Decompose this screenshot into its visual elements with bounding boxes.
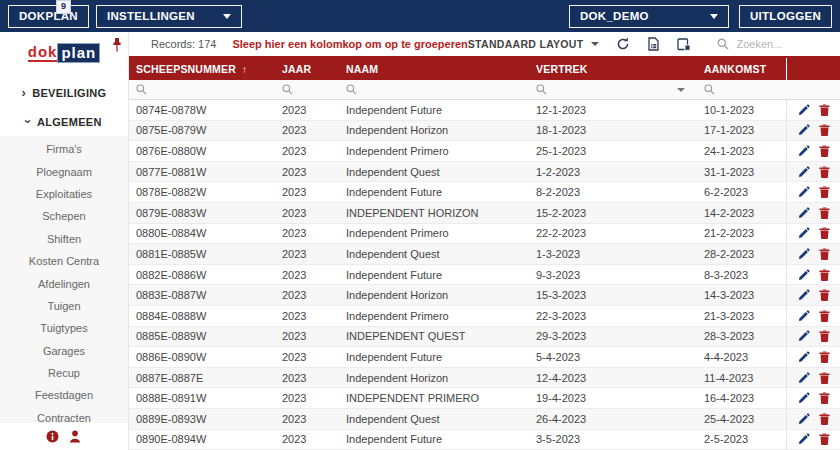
table-row[interactable]: 0876E-0880W2023Independent Primero25-1-2…	[129, 141, 840, 162]
uitloggen-button[interactable]: UITLOGGEN	[739, 5, 832, 28]
export-button[interactable]	[647, 37, 660, 51]
delete-button[interactable]	[819, 207, 830, 219]
delete-button[interactable]	[819, 166, 830, 178]
edit-button[interactable]	[798, 413, 810, 425]
sidebar-item[interactable]: Tuigen	[0, 295, 128, 317]
sidebar-item[interactable]: Tuigtypes	[0, 317, 128, 339]
column-header-naam[interactable]: NAAM	[339, 58, 529, 80]
edit-button[interactable]	[798, 372, 810, 384]
cell-scheepsnummer: 0888E-0891W	[129, 392, 275, 404]
filter-operator-caret[interactable]	[677, 88, 685, 92]
edit-button[interactable]	[798, 186, 810, 198]
filter-actions	[786, 80, 840, 99]
edit-button[interactable]	[798, 248, 810, 260]
edit-button[interactable]	[798, 351, 810, 363]
table-row[interactable]: 0875E-0879W2023Independent Horizon18-1-2…	[129, 121, 840, 142]
delete-button[interactable]	[819, 433, 830, 445]
table-row[interactable]: 0888E-0891W2023INDEPENDENT PRIMERO19-4-2…	[129, 388, 840, 409]
table-row[interactable]: 0885E-0889W2023INDEPENDENT QUEST29-3-202…	[129, 327, 840, 348]
edit-button[interactable]	[798, 145, 810, 157]
edit-button[interactable]	[798, 392, 810, 404]
delete-button[interactable]	[819, 289, 830, 301]
edit-button[interactable]	[798, 310, 810, 322]
delete-button[interactable]	[819, 372, 830, 384]
edit-button[interactable]	[798, 124, 810, 136]
sidebar-section-algemeen[interactable]: › ALGEMEEN	[0, 107, 128, 136]
dokplan-menu-button[interactable]: DOKPLAN	[8, 5, 89, 28]
column-header-aankomst[interactable]: AANKOMST	[697, 58, 786, 80]
delete-button[interactable]	[819, 392, 830, 404]
table-row[interactable]: 0874E-0878W2023Independent Future12-1-20…	[129, 100, 840, 121]
sidebar-item[interactable]: Garages	[0, 340, 128, 362]
edit-button[interactable]	[798, 289, 810, 301]
sidebar-item[interactable]: Schepen	[0, 205, 128, 227]
filter-aankomst[interactable]	[697, 80, 786, 99]
table-row[interactable]: 0889E-0893W2023Independent Quest26-4-202…	[129, 409, 840, 430]
edit-icon	[798, 186, 810, 198]
sidebar-item[interactable]: Feestdagen	[0, 384, 128, 406]
row-actions	[786, 244, 840, 264]
refresh-button[interactable]	[616, 37, 630, 51]
column-header-vertrek[interactable]: VERTREK	[529, 58, 697, 80]
edit-button[interactable]	[798, 269, 810, 281]
table-row[interactable]: 0884E-0888W2023Independent Primero22-3-2…	[129, 306, 840, 327]
edit-button[interactable]	[798, 207, 810, 219]
delete-button[interactable]	[819, 145, 830, 157]
sidebar-item[interactable]: Exploitaties	[0, 183, 128, 205]
delete-button[interactable]	[819, 124, 830, 136]
cell-vertrek: 26-4-2023	[529, 413, 697, 425]
cell-jaar: 2023	[275, 186, 339, 198]
delete-button[interactable]	[819, 351, 830, 363]
table-row[interactable]: 0890E-0894W2023Independent Future3-5-202…	[129, 430, 840, 450]
row-actions	[786, 162, 840, 182]
table-row[interactable]: 0882E-0886W2023Independent Future9-3-202…	[129, 265, 840, 286]
table-row[interactable]: 0883E-0887W2023Independent Horizon15-3-2…	[129, 285, 840, 306]
cell-naam: Independent Quest	[339, 413, 529, 425]
sidebar-item[interactable]: Ploegnaam	[0, 160, 128, 182]
sidebar-section-beveiliging[interactable]: › BEVEILIGING	[0, 78, 128, 107]
user-button[interactable]	[68, 430, 82, 443]
instellingen-dropdown[interactable]: INSTELLINGEN	[96, 5, 242, 28]
search-input[interactable]	[736, 38, 840, 50]
cell-aankomst: 14-2-2023	[697, 207, 786, 219]
delete-button[interactable]	[819, 310, 830, 322]
edit-button[interactable]	[798, 104, 810, 116]
table-row[interactable]: 0887E-0887E2023Independent Horizon12-4-2…	[129, 368, 840, 389]
delete-button[interactable]	[819, 227, 830, 239]
table-row[interactable]: 0881E-0885W2023Independent Quest1-3-2023…	[129, 244, 840, 265]
delete-button[interactable]	[819, 104, 830, 116]
filter-jaar[interactable]	[275, 80, 339, 99]
table-row[interactable]: 0880E-0884W2023Independent Primero22-2-2…	[129, 224, 840, 245]
sidebar-item[interactable]: Firma's	[0, 138, 128, 160]
cell-aankomst: 8-3-2023	[697, 269, 786, 281]
sidebar-item[interactable]: Shiften	[0, 228, 128, 250]
table-row[interactable]: 0877E-0881W2023Independent Quest1-2-2023…	[129, 162, 840, 183]
database-dropdown[interactable]: DOK_DEMO	[569, 5, 729, 28]
sidebar-item[interactable]: Kosten Centra	[0, 250, 128, 272]
table-row[interactable]: 0878E-0882W2023Independent Future8-2-202…	[129, 182, 840, 203]
filter-vertrek[interactable]	[529, 80, 697, 99]
delete-button[interactable]	[819, 186, 830, 198]
delete-button[interactable]	[819, 248, 830, 260]
edit-button[interactable]	[798, 330, 810, 342]
table-row[interactable]: 0886E-0890W2023Independent Future5-4-202…	[129, 347, 840, 368]
column-header-jaar[interactable]: JAAR	[275, 58, 339, 80]
pin-sidebar-button[interactable]	[111, 37, 123, 58]
filter-scheepsnummer[interactable]	[129, 80, 275, 99]
search-icon	[346, 84, 357, 95]
edit-button[interactable]	[798, 433, 810, 445]
sidebar-item[interactable]: Afdelingen	[0, 272, 128, 294]
filter-naam[interactable]	[339, 80, 529, 99]
delete-button[interactable]	[819, 330, 830, 342]
column-header-scheepsnummer[interactable]: SCHEEPSNUMMER ↑	[129, 58, 275, 80]
sidebar-item[interactable]: Recup	[0, 362, 128, 384]
layout-selector[interactable]: STANDAARD LAYOUT	[468, 38, 600, 50]
edit-button[interactable]	[798, 166, 810, 178]
delete-button[interactable]	[819, 413, 830, 425]
column-chooser-button[interactable]	[677, 38, 691, 51]
sidebar-item[interactable]: Contracten	[0, 407, 128, 423]
delete-button[interactable]	[819, 269, 830, 281]
info-button[interactable]	[46, 430, 59, 443]
edit-button[interactable]	[798, 227, 810, 239]
table-row[interactable]: 0879E-0883W2023INDEPENDENT HORIZON15-2-2…	[129, 203, 840, 224]
